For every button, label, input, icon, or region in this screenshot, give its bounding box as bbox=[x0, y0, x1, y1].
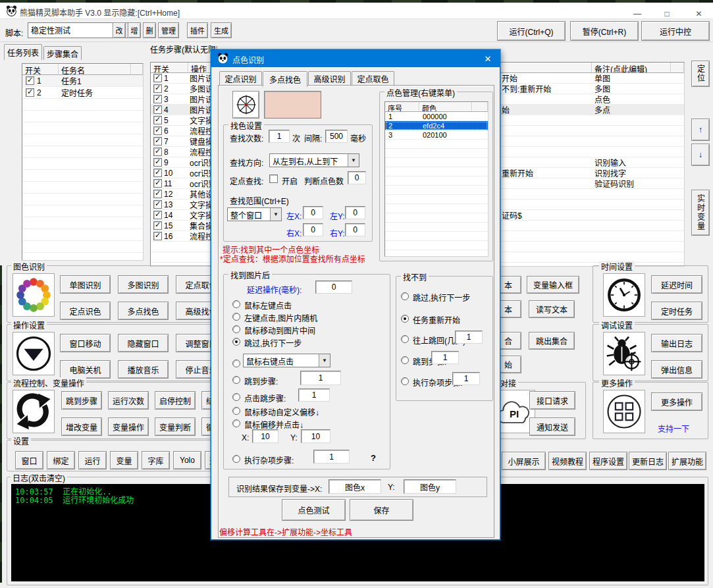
step-row[interactable]: 11ocr识别 bbox=[151, 178, 217, 189]
chevron-down-icon[interactable]: ▼ bbox=[270, 208, 281, 221]
note-row[interactable] bbox=[498, 231, 684, 242]
task-row[interactable]: 2定时任务 bbox=[22, 87, 143, 99]
step-row[interactable]: 4图片识别 bbox=[151, 105, 217, 115]
task-row[interactable] bbox=[22, 134, 143, 146]
task-row[interactable] bbox=[22, 182, 143, 194]
extensions-button[interactable]: 扩展功能 bbox=[668, 452, 706, 470]
task-row[interactable] bbox=[22, 194, 143, 205]
color-test-button[interactable]: 点色测试 bbox=[282, 499, 346, 521]
more-operations-button[interactable]: 更多操作 bbox=[651, 392, 702, 411]
interval-input[interactable]: 500 bbox=[325, 130, 348, 143]
fixed-color-detect-button[interactable]: 定点识色 bbox=[60, 302, 111, 320]
row-checkbox[interactable] bbox=[26, 76, 34, 85]
task-row[interactable] bbox=[22, 111, 143, 122]
update-log-button[interactable]: 更新日志 bbox=[629, 452, 667, 470]
color-row[interactable] bbox=[385, 241, 488, 250]
judge-count-input[interactable]: 0 bbox=[348, 171, 366, 184]
save-button[interactable]: 保存 bbox=[350, 499, 413, 521]
note-row[interactable]: 始多点 bbox=[498, 105, 684, 115]
timed-task-button[interactable]: 定时任务 bbox=[651, 302, 702, 320]
exit-collection-button[interactable]: 跳出集合 bbox=[529, 332, 575, 350]
edit-script-button[interactable]: 改 bbox=[113, 22, 126, 38]
chevron-down-icon[interactable]: ▼ bbox=[348, 154, 359, 167]
plugin-button[interactable]: 插件 bbox=[187, 22, 208, 38]
color-picker-button[interactable] bbox=[232, 91, 259, 119]
radio-nf-restart[interactable] bbox=[401, 315, 409, 323]
color-row[interactable] bbox=[385, 176, 488, 186]
hide-window-button[interactable]: 隐藏窗口 bbox=[118, 334, 169, 352]
row-checkbox[interactable] bbox=[153, 137, 162, 146]
small-screen-button[interactable]: 小屏展示 bbox=[502, 452, 546, 470]
note-row[interactable] bbox=[498, 136, 684, 147]
variable-op-button[interactable]: 变量操作 bbox=[108, 417, 149, 436]
row-checkbox[interactable] bbox=[153, 190, 162, 198]
click-jump-step-input[interactable]: 1 bbox=[298, 388, 330, 402]
row-checkbox[interactable] bbox=[26, 88, 34, 97]
row-checkbox[interactable] bbox=[153, 232, 162, 240]
delay-op-input[interactable]: 0 bbox=[315, 281, 352, 294]
pause-button[interactable]: 暂停(Ctrl+R) bbox=[570, 21, 639, 41]
log-title[interactable]: 日志(双击清空) bbox=[11, 472, 67, 483]
jump-step-input[interactable]: 1 bbox=[300, 371, 341, 385]
color-row[interactable]: 3020100 bbox=[385, 130, 488, 140]
dialog-titlebar[interactable]: 点色识别 ✕ bbox=[211, 50, 500, 67]
radio-skip-next[interactable] bbox=[232, 338, 240, 346]
generate-button[interactable]: 生成 bbox=[211, 22, 232, 38]
color-col-color[interactable]: 颜色 bbox=[419, 102, 472, 112]
tab-fixed-pick[interactable]: 定点取色 bbox=[352, 71, 394, 85]
color-manager-title[interactable]: 点色管理(右键菜单) bbox=[384, 87, 457, 98]
note-row[interactable]: 点色 bbox=[498, 94, 684, 105]
color-row[interactable] bbox=[385, 186, 488, 195]
color-row[interactable] bbox=[385, 223, 488, 232]
note-row[interactable]: 不到:重新开始多图 bbox=[498, 84, 684, 94]
multi-image-detect-button[interactable]: 多图识别 bbox=[118, 275, 169, 294]
direction-select[interactable]: 从左到右,从上到下 ▼ bbox=[269, 153, 359, 167]
task-row[interactable] bbox=[22, 158, 143, 170]
color-row[interactable] bbox=[385, 232, 488, 241]
radio-move-offset[interactable] bbox=[232, 407, 240, 415]
color-col-index[interactable]: 序号 bbox=[385, 102, 419, 112]
radio-jump-step[interactable] bbox=[232, 376, 240, 384]
delay-time-button[interactable]: 延迟时间 bbox=[651, 275, 702, 294]
step-row[interactable]: 7键盘操作 bbox=[151, 136, 217, 147]
step-row[interactable] bbox=[151, 242, 217, 252]
fixed-find-checkbox[interactable] bbox=[269, 174, 278, 183]
radio-left-click[interactable] bbox=[232, 300, 240, 308]
result-y-input[interactable]: 图色y bbox=[404, 479, 456, 494]
radio-nf-skip[interactable] bbox=[401, 292, 409, 300]
radio-nf-jump[interactable] bbox=[401, 356, 409, 364]
window-setting-button[interactable]: 窗口 bbox=[15, 451, 43, 469]
right-y-input[interactable]: 0 bbox=[345, 223, 365, 236]
popup-info-button[interactable]: 弹出信息 bbox=[651, 360, 702, 379]
program-settings-button[interactable]: 程序设置 bbox=[589, 452, 627, 470]
row-checkbox[interactable] bbox=[153, 221, 162, 230]
action-select[interactable]: 鼠标右键点击 ▼ bbox=[243, 354, 330, 367]
note-row[interactable] bbox=[498, 147, 684, 157]
note-row[interactable] bbox=[498, 115, 684, 126]
task-row[interactable] bbox=[22, 217, 143, 229]
notes-col-note[interactable]: 备注(点此编辑) bbox=[592, 63, 671, 73]
step-row[interactable]: 16流程控制 bbox=[151, 231, 217, 242]
move-down-button[interactable]: ↓ bbox=[691, 144, 710, 166]
row-checkbox[interactable] bbox=[153, 211, 162, 219]
notify-send-button[interactable]: 通知发送 bbox=[529, 417, 575, 436]
radio-left-click-random[interactable] bbox=[232, 313, 240, 321]
note-row[interactable]: 验证码识别 bbox=[498, 178, 684, 189]
variable-input-button[interactable]: 变量输入框 bbox=[527, 276, 579, 294]
row-checkbox[interactable] bbox=[153, 126, 162, 135]
delete-script-button[interactable]: 删 bbox=[143, 22, 156, 38]
manage-script-button[interactable]: 管理 bbox=[158, 22, 179, 38]
radio-nf-back[interactable] bbox=[401, 335, 409, 343]
radio-click-jump-step[interactable] bbox=[232, 393, 240, 401]
note-row[interactable]: 识别输入 bbox=[498, 157, 684, 168]
step-row[interactable]: 6流程控制 bbox=[151, 126, 217, 136]
note-row[interactable] bbox=[498, 189, 684, 200]
notes-col-info[interactable] bbox=[498, 63, 592, 73]
output-log-button[interactable]: 输出日志 bbox=[651, 334, 702, 352]
task-col-name[interactable]: 任务名 bbox=[59, 64, 131, 75]
step-row[interactable]: 2多图识别 bbox=[151, 84, 217, 94]
radio-misc-step[interactable] bbox=[232, 455, 240, 463]
find-count-input[interactable]: 1 bbox=[269, 130, 290, 143]
step-row[interactable]: 9ocr识别 bbox=[151, 157, 217, 168]
task-row[interactable] bbox=[22, 122, 143, 134]
